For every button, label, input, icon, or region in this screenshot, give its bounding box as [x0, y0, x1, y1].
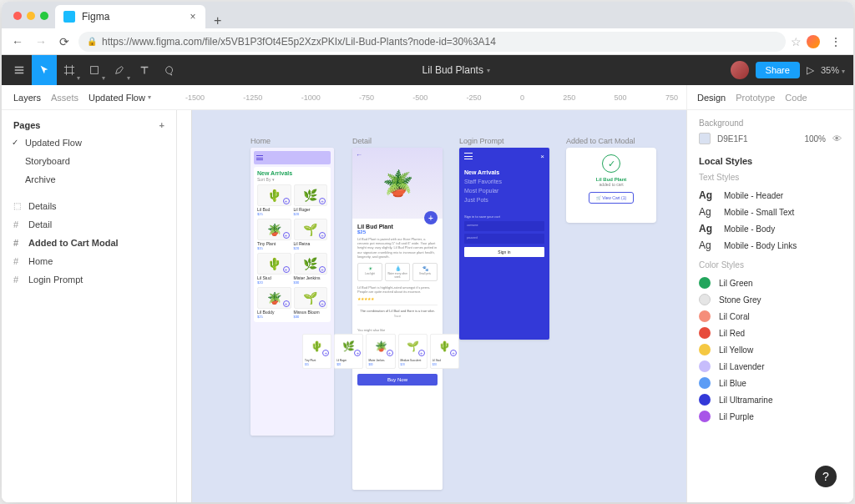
color-swatch-icon	[699, 394, 711, 406]
hamburger-icon	[256, 155, 263, 160]
text-style-row[interactable]: AgMobile - Header	[699, 187, 842, 204]
canvas[interactable]: Home Detail Login Prompt Added to Cart M…	[177, 110, 686, 502]
color-swatch-icon	[699, 294, 711, 305]
signin-button: Sign in	[464, 247, 544, 257]
left-panel: Pages + Updated Flow Storyboard Archive …	[2, 110, 177, 502]
add-fab-icon: +	[424, 211, 438, 224]
artboard-login[interactable]: × New Arrivals Staff Favorites Most Popu…	[459, 148, 549, 340]
text-style-row[interactable]: AgMobile - Body	[699, 220, 842, 237]
text-style-row[interactable]: AgMobile - Small Text	[699, 204, 842, 220]
color-style-row[interactable]: Lil Blue	[699, 375, 842, 391]
address-bar: ← → ⟳ 🔒 https://www.figma.com/file/x5VB1…	[2, 28, 853, 55]
color-style-row[interactable]: Stone Grey	[699, 291, 842, 308]
background-swatch[interactable]	[699, 133, 711, 144]
product-card: 🌱+Missus Bloom$30	[294, 287, 328, 319]
text-style-row[interactable]: AgMobile - Body Links	[699, 237, 842, 254]
browser-tab[interactable]: Figma ×	[55, 5, 205, 28]
bookmark-icon[interactable]: ☆	[791, 35, 802, 48]
suggest-card: 🌵+Tiny Plant$15	[302, 334, 331, 369]
sort-dropdown: Sort By ▾	[257, 177, 327, 182]
file-name[interactable]: Lil Bud Plants ▾	[182, 64, 731, 76]
color-swatch-icon	[699, 277, 711, 289]
page-item-updated-flow[interactable]: Updated Flow	[2, 134, 176, 152]
browser-menu-icon[interactable]: ⋮	[825, 35, 847, 48]
pen-tool[interactable]: ▾	[107, 55, 132, 85]
code-tab[interactable]: Code	[785, 93, 807, 103]
color-style-row[interactable]: Lil Purple	[699, 408, 842, 425]
background-opacity[interactable]: 100%	[804, 134, 826, 144]
shape-tool[interactable]: ▾	[82, 55, 107, 85]
help-button[interactable]: ?	[815, 466, 837, 487]
artboard-home[interactable]: New Arrivals Sort By ▾ 🌵+Lil Bud$25 🌿+Li…	[250, 148, 334, 436]
color-swatch-icon	[699, 327, 711, 339]
frame-label[interactable]: Detail	[352, 137, 372, 145]
close-window-icon[interactable]	[13, 12, 22, 20]
minimize-window-icon[interactable]	[27, 12, 35, 20]
add-page-icon[interactable]: +	[159, 120, 164, 130]
window-controls	[8, 3, 55, 28]
layer-item[interactable]: Detail	[2, 215, 176, 234]
artboard-detail[interactable]: ← 🪴 + Lil Bud Plant $25 Lil Bud Plant is…	[352, 148, 443, 490]
username-input: username	[464, 221, 544, 231]
frame-label[interactable]: Login Prompt	[459, 137, 504, 145]
comment-tool[interactable]	[157, 55, 182, 85]
suggest-card: 🪴+Mister Jenkins$30	[366, 334, 395, 369]
color-style-row[interactable]: Lil Ultramarine	[699, 391, 842, 408]
layer-item[interactable]: Login Prompt	[2, 270, 176, 289]
layer-item[interactable]: Details	[2, 197, 176, 215]
artboard-cart-modal[interactable]: ✓ Lil Bud Plant added to cart 🛒 View Car…	[566, 148, 656, 223]
product-card: 🌿+Lil Roger$20	[294, 184, 328, 216]
password-input: password	[464, 234, 544, 244]
svg-rect-0	[91, 67, 99, 74]
layer-item[interactable]: Added to Cart Modal	[2, 234, 176, 252]
figma-favicon-icon	[63, 11, 75, 23]
product-card: 🌵+Lil Stud$20	[257, 253, 291, 285]
share-button[interactable]: Share	[756, 62, 800, 78]
assets-tab[interactable]: Assets	[51, 93, 78, 103]
browser-tabs-bar: Figma × +	[2, 2, 853, 28]
pages-header: Pages +	[2, 117, 176, 134]
sub-toolbar: Layers Assets Updated Flow ▾ -1500-1250-…	[2, 85, 853, 110]
hamburger-icon	[464, 153, 473, 159]
frame-tool[interactable]: ▾	[57, 55, 82, 85]
color-style-row[interactable]: Lil Red	[699, 325, 842, 341]
color-style-row[interactable]: Lil Lavender	[699, 358, 842, 375]
frame-label[interactable]: Added to Cart Modal	[566, 137, 635, 145]
layers-tab[interactable]: Layers	[13, 93, 41, 103]
profile-avatar-icon[interactable]	[807, 35, 820, 48]
reload-button[interactable]: ⟳	[55, 33, 73, 51]
main-menu-icon[interactable]	[7, 55, 32, 85]
background-hex[interactable]: D9E1F1	[717, 134, 797, 144]
prototype-tab[interactable]: Prototype	[736, 93, 775, 103]
move-tool[interactable]	[32, 55, 57, 85]
url-text: https://www.figma.com/file/x5VB1P3fOt4E5…	[102, 36, 496, 48]
text-tool[interactable]	[132, 55, 157, 85]
visibility-icon[interactable]: 👁	[832, 134, 842, 144]
page-item-archive[interactable]: Archive	[2, 170, 176, 189]
new-tab-button[interactable]: +	[205, 13, 230, 28]
color-style-row[interactable]: Lil Yellow	[699, 341, 842, 358]
layer-item[interactable]: Home	[2, 252, 176, 270]
color-style-row[interactable]: Lil Coral	[699, 308, 842, 325]
url-input[interactable]: 🔒 https://www.figma.com/file/x5VB1P3fOt4…	[78, 32, 786, 52]
forward-button[interactable]: →	[32, 33, 50, 51]
user-avatar-icon[interactable]	[731, 61, 749, 79]
color-swatch-icon	[699, 377, 711, 389]
color-swatch-icon	[699, 310, 711, 322]
lock-icon: 🔒	[87, 37, 97, 46]
horizontal-ruler: -1500-1250-1000-750-500-2500250500750	[177, 85, 686, 109]
color-swatch-icon	[699, 411, 711, 422]
color-style-row[interactable]: Lil Green	[699, 275, 842, 291]
back-button[interactable]: ←	[8, 33, 27, 51]
close-tab-icon[interactable]: ×	[189, 13, 197, 21]
zoom-dropdown[interactable]: 35% ▾	[821, 65, 845, 75]
frame-label[interactable]: Home	[250, 137, 271, 145]
back-arrow-icon: ←	[356, 151, 362, 159]
maximize-window-icon[interactable]	[40, 12, 48, 20]
product-card: 🌱+Lil Retna$20	[294, 219, 328, 250]
design-tab[interactable]: Design	[697, 93, 726, 103]
color-swatch-icon	[699, 344, 711, 355]
page-item-storyboard[interactable]: Storyboard	[2, 152, 176, 170]
present-button[interactable]: ▷	[807, 64, 814, 76]
page-dropdown[interactable]: Updated Flow ▾	[89, 93, 151, 103]
